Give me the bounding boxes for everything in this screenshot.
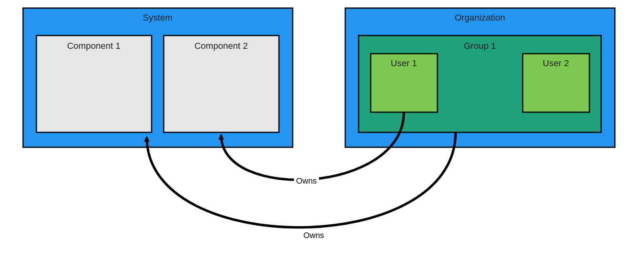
- node-system-label: System: [143, 13, 172, 23]
- node-user2-label: User 2: [543, 58, 569, 68]
- node-user2: User 2: [523, 54, 589, 112]
- node-user1: User 1: [371, 54, 437, 112]
- node-component1: Component 1: [36, 36, 152, 132]
- node-user1-label: User 1: [391, 58, 417, 68]
- node-organization-label: Organization: [455, 13, 505, 23]
- edge-owns-user1-comp2-label: Owns: [296, 176, 317, 185]
- edge-owns-group1-comp1-label: Owns: [303, 231, 324, 240]
- diagram-canvas: System Component 1 Component 2 Organizat…: [0, 0, 644, 253]
- node-group1-label: Group 1: [464, 41, 496, 51]
- node-component1-label: Component 1: [67, 41, 120, 51]
- node-component2-label: Component 2: [194, 41, 248, 51]
- node-component2: Component 2: [164, 36, 279, 132]
